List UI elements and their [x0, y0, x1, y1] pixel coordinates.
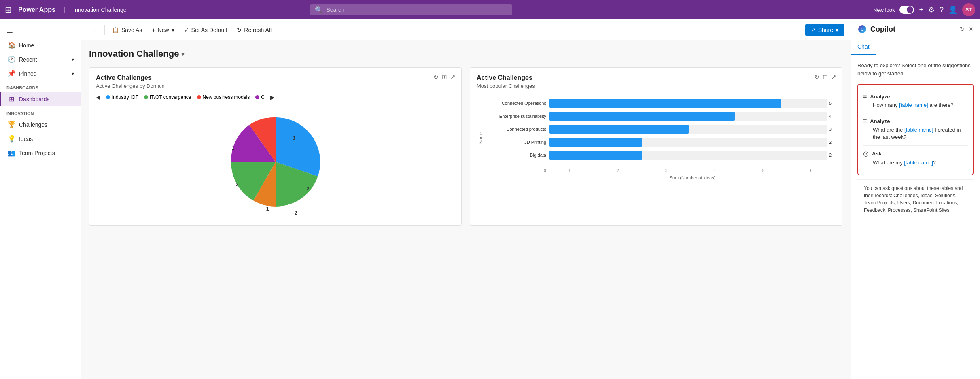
- card2-refresh-icon[interactable]: ↻: [814, 73, 819, 81]
- challenges-icon: 🏆: [8, 121, 15, 128]
- suggestion-2-prefix: What are the: [873, 127, 904, 133]
- suggestion-item-3[interactable]: ◎ Ask What are my [table name]?: [863, 146, 968, 170]
- plus-button[interactable]: +: [919, 6, 923, 14]
- sidebar-item-team-projects[interactable]: 👥 Team Projects: [0, 146, 81, 160]
- share-button[interactable]: ↗ Share ▾: [805, 24, 844, 36]
- sidebar-item-challenges[interactable]: 🏆 Challenges: [0, 117, 81, 132]
- avatar[interactable]: ST: [962, 3, 975, 16]
- bar-row: 3D Printing 2: [485, 138, 836, 147]
- main-layout: ☰ 🏠 Home 🕐 Recent ▾ 📌 Pinned ▾ Dashboard…: [0, 19, 980, 379]
- bar-fill: [549, 112, 735, 121]
- set-default-button[interactable]: ✓ Set As Default: [180, 24, 231, 36]
- sidebar-item-dashboards[interactable]: ⊞ Dashboards: [0, 92, 81, 106]
- nav-separator: |: [64, 6, 65, 13]
- help-button[interactable]: ?: [940, 6, 944, 14]
- sidebar-recent-label: Recent: [19, 56, 37, 63]
- bar-value: 4: [827, 114, 836, 119]
- bar-track: [549, 99, 827, 108]
- svg-text:C: C: [861, 27, 864, 32]
- new-button[interactable]: + New ▾: [148, 24, 178, 36]
- bar-track: [549, 138, 827, 147]
- copilot-close-icon[interactable]: ✕: [968, 26, 974, 33]
- bar-row: Connected Operations 5: [485, 99, 836, 108]
- pie-label-2b: 2: [235, 182, 238, 187]
- copilot-header-icons: ↻ ✕: [960, 26, 974, 33]
- sidebar-item-pinned[interactable]: 📌 Pinned ▾: [0, 66, 81, 81]
- bar-value: 2: [827, 140, 836, 145]
- bar-track: [549, 125, 827, 134]
- legend-dot-3: [197, 95, 201, 99]
- new-chevron-icon: ▾: [172, 27, 174, 33]
- bar-label: Connected Operations: [485, 101, 549, 106]
- new-plus-icon: +: [152, 27, 155, 33]
- sidebar-item-ideas[interactable]: 💡 Ideas: [0, 132, 81, 146]
- sidebar-team-label: Team Projects: [19, 150, 55, 156]
- suggestion-item-2[interactable]: ≡ Analyze What are the [table name] I cr…: [863, 113, 968, 145]
- suggestion-3-link[interactable]: [table name]: [904, 160, 933, 166]
- new-look-toggle[interactable]: [899, 6, 914, 14]
- back-button[interactable]: ←: [87, 24, 101, 36]
- search-bar[interactable]: 🔍: [310, 4, 512, 15]
- suggestion-1-header: ≡ Analyze: [863, 93, 968, 100]
- app-name: Innovation Challenge: [73, 6, 127, 13]
- bar-label: Big data: [485, 153, 549, 158]
- sidebar-pinned-label: Pinned: [19, 70, 37, 77]
- cards-row: ↻ ⊞ ↗ Active Challenges Active Challenge…: [89, 67, 842, 226]
- suggestion-2-text: What are the [table name] I created in t…: [863, 126, 968, 141]
- save-as-button[interactable]: 📋 Save As: [108, 24, 146, 36]
- search-input[interactable]: [326, 6, 507, 13]
- bar-row: Big data 2: [485, 151, 836, 160]
- sidebar-item-recent[interactable]: 🕐 Recent ▾: [0, 52, 81, 66]
- card2-expand-icon[interactable]: ⊞: [823, 73, 828, 81]
- card1-icons: ↻ ⊞ ↗: [433, 73, 456, 81]
- pie-label-3: 3: [292, 135, 295, 141]
- suggestion-item-1[interactable]: ≡ Analyze How many [table name] are ther…: [863, 89, 968, 113]
- page-title-chevron[interactable]: ▾: [181, 50, 185, 58]
- card1-expand-icon[interactable]: ⊞: [442, 73, 447, 81]
- grid-icon[interactable]: ⊞: [5, 5, 12, 15]
- card1-external-icon[interactable]: ↗: [450, 73, 456, 81]
- copilot-panel: C Copilot ↻ ✕ Chat Ready to explore? Sel…: [851, 19, 980, 379]
- tab-chat[interactable]: Chat: [851, 39, 876, 55]
- legend-item-3: New business models: [197, 94, 250, 100]
- copilot-refresh-icon[interactable]: ↻: [960, 26, 965, 33]
- card1-refresh-icon[interactable]: ↻: [433, 73, 439, 81]
- suggestion-2-link[interactable]: [table name]: [904, 127, 933, 133]
- y-axis-label: Name: [477, 96, 485, 180]
- refresh-all-button[interactable]: ↻ Refresh All: [233, 24, 276, 36]
- toolbar-divider-1: [104, 25, 105, 35]
- suggestion-2-icon: ≡: [863, 117, 867, 125]
- person-button[interactable]: 👤: [948, 5, 957, 14]
- bar-label: Enterprise sustainability: [485, 114, 549, 119]
- refresh-icon: ↻: [237, 27, 242, 33]
- sidebar-menu-icon[interactable]: ☰: [0, 23, 81, 38]
- pie-label-1a: 1: [266, 206, 269, 212]
- sidebar-item-home[interactable]: 🏠 Home: [0, 38, 81, 52]
- refresh-label: Refresh All: [244, 27, 272, 33]
- pin-icon: 📌: [8, 70, 15, 77]
- share-chevron-icon: ▾: [836, 27, 838, 33]
- legend-item-4: C: [255, 94, 265, 100]
- pie-label-2a: 2: [306, 186, 309, 192]
- suggestion-1-link[interactable]: [table name]: [899, 102, 928, 108]
- copilot-title: C Copilot: [857, 24, 895, 34]
- chart2-subtitle: Most popular Challenges: [477, 83, 836, 89]
- toolbar: ← 📋 Save As + New ▾ ✓ Set As Default ↻ R…: [81, 19, 851, 40]
- suggestion-1-prefix: How many: [873, 102, 899, 108]
- chart2-title: Active Challenges: [477, 74, 836, 81]
- legend-dot-4: [255, 95, 259, 99]
- legend-next-icon[interactable]: ▶: [270, 94, 275, 100]
- settings-button[interactable]: ⚙: [928, 5, 935, 14]
- dashboards-section-header: Dashboards: [0, 81, 81, 92]
- legend-prev-icon[interactable]: ◀: [96, 94, 100, 100]
- bar-row: Enterprise sustainability 4: [485, 112, 836, 121]
- suggestion-1-title: Analyze: [870, 94, 890, 100]
- copilot-title-text: Copilot: [870, 25, 895, 34]
- pinned-chevron: ▾: [72, 71, 74, 77]
- bar-chart-area: Name Connected Operations 5 Enterprise s…: [477, 96, 836, 180]
- bar-fill: [549, 125, 689, 134]
- card2-external-icon[interactable]: ↗: [831, 73, 836, 81]
- bar-row: Connected products 3: [485, 125, 836, 134]
- suggestion-2-title: Analyze: [870, 118, 890, 124]
- legend-label-3: New business models: [203, 94, 250, 100]
